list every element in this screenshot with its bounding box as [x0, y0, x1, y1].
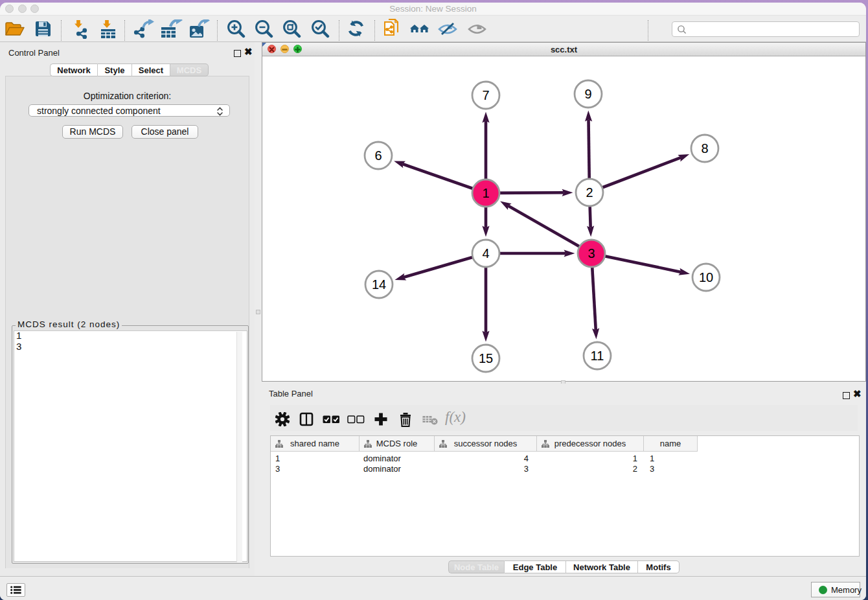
svg-text:10: 10	[699, 270, 713, 284]
svg-text:9: 9	[584, 87, 591, 101]
svg-text:15: 15	[479, 351, 493, 365]
svg-text:11: 11	[591, 349, 604, 363]
svg-text:6: 6	[374, 148, 382, 163]
svg-text:4: 4	[482, 246, 489, 260]
svg-text:3: 3	[588, 246, 595, 260]
svg-text:2: 2	[586, 185, 593, 200]
svg-text:14: 14	[372, 277, 386, 292]
svg-text:1: 1	[482, 186, 489, 200]
svg-text:7: 7	[482, 88, 489, 102]
svg-text:8: 8	[701, 141, 708, 156]
